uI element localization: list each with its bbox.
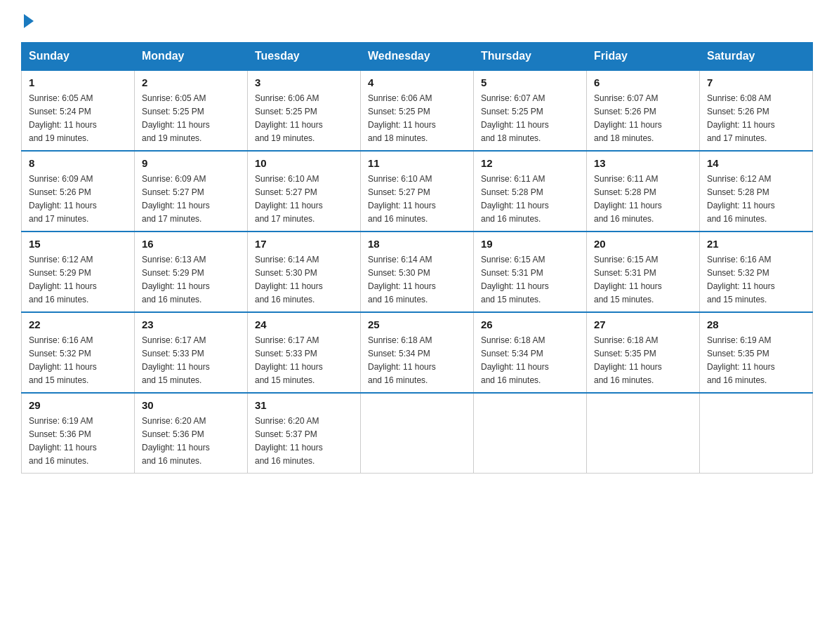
day-number: 11 <box>368 157 466 169</box>
day-number: 25 <box>368 318 466 330</box>
table-row: 20 Sunrise: 6:15 AMSunset: 5:31 PMDaylig… <box>587 232 700 312</box>
calendar-week-row: 29 Sunrise: 6:19 AMSunset: 5:36 PMDaylig… <box>22 393 813 474</box>
day-info: Sunrise: 6:05 AMSunset: 5:24 PMDaylight:… <box>29 93 97 143</box>
day-info: Sunrise: 6:09 AMSunset: 5:27 PMDaylight:… <box>142 174 210 224</box>
table-row: 10 Sunrise: 6:10 AMSunset: 5:27 PMDaylig… <box>248 151 361 232</box>
day-number: 24 <box>255 318 353 330</box>
logo-triangle-icon <box>24 14 34 28</box>
table-row: 3 Sunrise: 6:06 AMSunset: 5:25 PMDayligh… <box>248 70 361 151</box>
page-header <box>21 14 813 28</box>
table-row: 28 Sunrise: 6:19 AMSunset: 5:35 PMDaylig… <box>700 312 813 393</box>
day-info: Sunrise: 6:09 AMSunset: 5:26 PMDaylight:… <box>29 174 97 224</box>
table-row: 14 Sunrise: 6:12 AMSunset: 5:28 PMDaylig… <box>700 151 813 232</box>
calendar-week-row: 1 Sunrise: 6:05 AMSunset: 5:24 PMDayligh… <box>22 70 813 151</box>
day-info: Sunrise: 6:10 AMSunset: 5:27 PMDaylight:… <box>368 174 436 224</box>
day-info: Sunrise: 6:07 AMSunset: 5:26 PMDaylight:… <box>594 93 662 143</box>
day-info: Sunrise: 6:06 AMSunset: 5:25 PMDaylight:… <box>255 93 323 143</box>
day-info: Sunrise: 6:06 AMSunset: 5:25 PMDaylight:… <box>368 93 436 143</box>
day-info: Sunrise: 6:20 AMSunset: 5:36 PMDaylight:… <box>142 416 210 466</box>
day-info: Sunrise: 6:16 AMSunset: 5:32 PMDaylight:… <box>29 335 97 385</box>
day-number: 6 <box>594 76 692 88</box>
table-row: 18 Sunrise: 6:14 AMSunset: 5:30 PMDaylig… <box>361 232 474 312</box>
col-wednesday: Wednesday <box>361 43 474 71</box>
table-row: 5 Sunrise: 6:07 AMSunset: 5:25 PMDayligh… <box>474 70 587 151</box>
day-info: Sunrise: 6:18 AMSunset: 5:35 PMDaylight:… <box>594 335 662 385</box>
col-tuesday: Tuesday <box>248 43 361 71</box>
col-sunday: Sunday <box>22 43 135 71</box>
day-info: Sunrise: 6:10 AMSunset: 5:27 PMDaylight:… <box>255 174 323 224</box>
day-info: Sunrise: 6:11 AMSunset: 5:28 PMDaylight:… <box>481 174 549 224</box>
day-info: Sunrise: 6:08 AMSunset: 5:26 PMDaylight:… <box>707 93 775 143</box>
day-number: 20 <box>594 238 692 250</box>
day-number: 1 <box>29 76 127 88</box>
day-number: 31 <box>255 399 353 411</box>
calendar-week-row: 8 Sunrise: 6:09 AMSunset: 5:26 PMDayligh… <box>22 151 813 232</box>
table-row: 12 Sunrise: 6:11 AMSunset: 5:28 PMDaylig… <box>474 151 587 232</box>
table-row: 13 Sunrise: 6:11 AMSunset: 5:28 PMDaylig… <box>587 151 700 232</box>
day-info: Sunrise: 6:15 AMSunset: 5:31 PMDaylight:… <box>481 255 549 304</box>
day-number: 27 <box>594 318 692 330</box>
calendar-header-row: Sunday Monday Tuesday Wednesday Thursday… <box>22 43 813 71</box>
table-row <box>474 393 587 474</box>
col-saturday: Saturday <box>700 43 813 71</box>
day-number: 10 <box>255 157 353 169</box>
day-number: 22 <box>29 318 127 330</box>
day-number: 8 <box>29 157 127 169</box>
day-number: 29 <box>29 399 127 411</box>
day-number: 15 <box>29 238 127 250</box>
day-number: 4 <box>368 76 466 88</box>
day-info: Sunrise: 6:19 AMSunset: 5:36 PMDaylight:… <box>29 416 97 466</box>
day-info: Sunrise: 6:17 AMSunset: 5:33 PMDaylight:… <box>142 335 210 385</box>
table-row: 1 Sunrise: 6:05 AMSunset: 5:24 PMDayligh… <box>22 70 135 151</box>
table-row: 6 Sunrise: 6:07 AMSunset: 5:26 PMDayligh… <box>587 70 700 151</box>
col-friday: Friday <box>587 43 700 71</box>
table-row: 25 Sunrise: 6:18 AMSunset: 5:34 PMDaylig… <box>361 312 474 393</box>
table-row: 11 Sunrise: 6:10 AMSunset: 5:27 PMDaylig… <box>361 151 474 232</box>
day-number: 5 <box>481 76 579 88</box>
table-row: 29 Sunrise: 6:19 AMSunset: 5:36 PMDaylig… <box>22 393 135 474</box>
col-monday: Monday <box>135 43 248 71</box>
day-info: Sunrise: 6:16 AMSunset: 5:32 PMDaylight:… <box>707 255 775 304</box>
table-row <box>361 393 474 474</box>
day-number: 7 <box>707 76 805 88</box>
table-row: 22 Sunrise: 6:16 AMSunset: 5:32 PMDaylig… <box>22 312 135 393</box>
table-row: 30 Sunrise: 6:20 AMSunset: 5:36 PMDaylig… <box>135 393 248 474</box>
table-row: 7 Sunrise: 6:08 AMSunset: 5:26 PMDayligh… <box>700 70 813 151</box>
day-info: Sunrise: 6:14 AMSunset: 5:30 PMDaylight:… <box>255 255 323 304</box>
table-row: 31 Sunrise: 6:20 AMSunset: 5:37 PMDaylig… <box>248 393 361 474</box>
day-info: Sunrise: 6:15 AMSunset: 5:31 PMDaylight:… <box>594 255 662 304</box>
day-info: Sunrise: 6:17 AMSunset: 5:33 PMDaylight:… <box>255 335 323 385</box>
calendar-table: Sunday Monday Tuesday Wednesday Thursday… <box>21 42 813 474</box>
day-info: Sunrise: 6:19 AMSunset: 5:35 PMDaylight:… <box>707 335 775 385</box>
table-row: 26 Sunrise: 6:18 AMSunset: 5:34 PMDaylig… <box>474 312 587 393</box>
day-number: 26 <box>481 318 579 330</box>
day-number: 2 <box>142 76 240 88</box>
day-info: Sunrise: 6:11 AMSunset: 5:28 PMDaylight:… <box>594 174 662 224</box>
day-number: 17 <box>255 238 353 250</box>
table-row: 23 Sunrise: 6:17 AMSunset: 5:33 PMDaylig… <box>135 312 248 393</box>
table-row <box>587 393 700 474</box>
day-number: 19 <box>481 238 579 250</box>
table-row: 2 Sunrise: 6:05 AMSunset: 5:25 PMDayligh… <box>135 70 248 151</box>
logo-blue-text <box>21 14 34 28</box>
table-row: 16 Sunrise: 6:13 AMSunset: 5:29 PMDaylig… <box>135 232 248 312</box>
day-info: Sunrise: 6:07 AMSunset: 5:25 PMDaylight:… <box>481 93 549 143</box>
table-row: 27 Sunrise: 6:18 AMSunset: 5:35 PMDaylig… <box>587 312 700 393</box>
day-info: Sunrise: 6:05 AMSunset: 5:25 PMDaylight:… <box>142 93 210 143</box>
day-info: Sunrise: 6:18 AMSunset: 5:34 PMDaylight:… <box>481 335 549 385</box>
day-info: Sunrise: 6:13 AMSunset: 5:29 PMDaylight:… <box>142 255 210 304</box>
calendar-week-row: 15 Sunrise: 6:12 AMSunset: 5:29 PMDaylig… <box>22 232 813 312</box>
day-info: Sunrise: 6:20 AMSunset: 5:37 PMDaylight:… <box>255 416 323 466</box>
day-info: Sunrise: 6:18 AMSunset: 5:34 PMDaylight:… <box>368 335 436 385</box>
day-number: 14 <box>707 157 805 169</box>
day-number: 9 <box>142 157 240 169</box>
table-row: 17 Sunrise: 6:14 AMSunset: 5:30 PMDaylig… <box>248 232 361 312</box>
table-row: 4 Sunrise: 6:06 AMSunset: 5:25 PMDayligh… <box>361 70 474 151</box>
table-row: 21 Sunrise: 6:16 AMSunset: 5:32 PMDaylig… <box>700 232 813 312</box>
table-row: 15 Sunrise: 6:12 AMSunset: 5:29 PMDaylig… <box>22 232 135 312</box>
day-number: 28 <box>707 318 805 330</box>
logo <box>21 14 34 28</box>
day-info: Sunrise: 6:12 AMSunset: 5:28 PMDaylight:… <box>707 174 775 224</box>
col-thursday: Thursday <box>474 43 587 71</box>
day-number: 30 <box>142 399 240 411</box>
